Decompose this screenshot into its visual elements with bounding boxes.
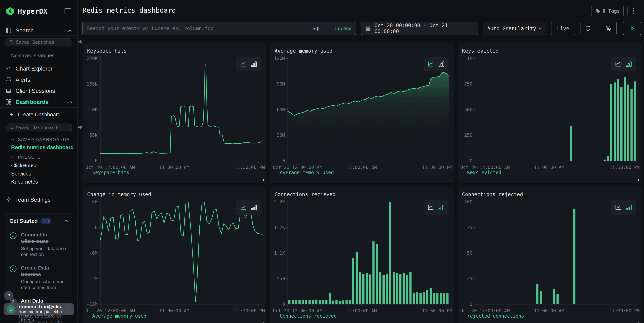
search-section-label: Search xyxy=(16,27,64,34)
legend-item[interactable]: —Connections recieved xyxy=(274,313,337,319)
chevron-up-icon[interactable] xyxy=(68,27,72,34)
tags-label: 0 Tags xyxy=(603,8,620,14)
hyperdx-logo-icon xyxy=(6,6,15,16)
check-circle-icon xyxy=(10,231,17,257)
svg-text:11:00:00 AM: 11:00:00 AM xyxy=(534,165,564,170)
svg-text:11:30:00 PM: 11:30:00 PM xyxy=(234,165,265,170)
legend-label: Connections recieved xyxy=(280,313,337,319)
event-search-bar[interactable]: SQL | Lucene xyxy=(82,21,356,35)
dashboard-grid-icon xyxy=(6,99,12,105)
get-started-item-sources[interactable]: Create Data Sources Configure where your… xyxy=(10,265,68,291)
create-dashboard-button[interactable]: + Create Dashboard xyxy=(10,111,60,118)
legend-item[interactable]: —rejected connections xyxy=(462,313,524,319)
legend-item[interactable]: —Keyspace hits xyxy=(87,170,129,175)
sidebar-item-clickhouse-preset[interactable]: ClickHouse xyxy=(11,163,38,169)
sidebar-item-team-settings[interactable]: Team Settings xyxy=(6,195,72,205)
svg-text:0: 0 xyxy=(95,225,98,230)
chart-type-toggle xyxy=(424,57,449,71)
run-query-button[interactable] xyxy=(623,21,641,35)
chart-card-keys-evicted: 02505007501KOct 20 12:00:00 AM11:00:00 A… xyxy=(458,43,641,183)
calendar-icon xyxy=(366,25,371,31)
filter-edit-button[interactable] xyxy=(601,21,617,35)
sidebar-item-label: Alerts xyxy=(16,76,30,83)
line-chart-icon[interactable] xyxy=(240,61,247,67)
lucene-toggle[interactable]: Lucene xyxy=(335,26,352,31)
svg-text:1K: 1K xyxy=(467,56,472,61)
user-account-button[interactable]: D dominic.tran@clic... dominic.tran@clic… xyxy=(4,303,74,316)
bar-chart-icon[interactable] xyxy=(626,204,632,211)
refresh-button[interactable] xyxy=(580,21,595,35)
saved-dashboards-header[interactable]: SAVED DASHBOARDS xyxy=(10,137,70,142)
svg-text:11:30:00 PM: 11:30:00 PM xyxy=(610,308,640,313)
svg-text:1.7K: 1.7K xyxy=(274,225,285,230)
presets-header[interactable]: PRESETS xyxy=(10,155,41,160)
chart-title: Keys evicted xyxy=(462,48,498,54)
bar-chart-icon[interactable] xyxy=(438,204,445,211)
chart-title: Connections rejected xyxy=(462,191,523,197)
help-button[interactable]: ? xyxy=(4,291,14,300)
svg-text:11:00:00 AM: 11:00:00 AM xyxy=(159,308,189,313)
check-circle-icon xyxy=(10,265,17,291)
legend-label: Average memory used xyxy=(280,170,334,175)
sidebar-item-alerts[interactable]: Alerts xyxy=(6,75,72,84)
chevron-down-icon xyxy=(10,137,15,142)
svg-text:-12M: -12M xyxy=(86,276,98,281)
search-icon xyxy=(9,39,14,44)
collapse-sidebar-icon[interactable] xyxy=(63,7,72,16)
svg-text:Oct 20 12:00:00 AM: Oct 20 12:00:00 AM xyxy=(460,308,510,313)
logo-row: HyperDX xyxy=(6,6,72,16)
sidebar-item-kubernetes-preset[interactable]: Kubernetes xyxy=(11,179,38,185)
sidebar-item-chart-explorer[interactable]: Chart Explorer xyxy=(6,64,72,73)
chevron-up-icon[interactable] xyxy=(68,99,72,105)
legend-item[interactable]: —Average memory used xyxy=(87,313,146,319)
svg-text:100: 100 xyxy=(464,199,472,204)
saved-searches-input[interactable] xyxy=(16,39,74,45)
shortcut-badge: ⌘K xyxy=(76,39,84,45)
event-search-input[interactable] xyxy=(87,25,309,31)
sidebar-section-dashboards[interactable]: Dashboards xyxy=(6,97,72,107)
bar-chart-icon[interactable] xyxy=(438,61,445,67)
bar-chart-icon[interactable] xyxy=(250,61,257,67)
dashboard-menu-button[interactable] xyxy=(628,6,639,16)
tags-button[interactable]: 0 Tags xyxy=(591,6,624,16)
dashboard-grid: 055K110K165K220KOct 20 12:00:00 AM11:00:… xyxy=(83,43,641,323)
get-started-item-connect[interactable]: Connect to ClickHouse Set up your databa… xyxy=(10,231,68,257)
chart-type-toggle xyxy=(424,200,449,215)
resize-handle[interactable] xyxy=(262,179,264,181)
date-range-value: Oct 20 00:00:00 - Oct 21 00:00:00 xyxy=(374,22,474,34)
legend-item[interactable]: —Average memory used xyxy=(274,170,334,175)
saved-dashboards-search[interactable]: ⌘K xyxy=(6,124,72,131)
legend-item[interactable]: —Keys evicted xyxy=(462,170,501,175)
saved-searches-search[interactable]: ⌘K xyxy=(6,38,72,46)
chart-title: Keyspace hits xyxy=(87,48,127,54)
svg-text:60M: 60M xyxy=(277,107,285,112)
line-chart-icon[interactable] xyxy=(615,204,622,211)
sql-toggle[interactable]: SQL xyxy=(312,26,321,31)
chevron-up-icon[interactable] xyxy=(64,219,68,223)
line-chart-icon[interactable] xyxy=(615,61,622,67)
line-chart-icon[interactable] xyxy=(428,61,434,67)
sidebar-item-redis-dashboard[interactable]: Redis metrics dashboard xyxy=(11,144,74,151)
bar-chart-icon[interactable] xyxy=(250,204,257,211)
line-chart-icon[interactable] xyxy=(240,204,247,211)
sidebar-item-services-preset[interactable]: Services xyxy=(11,171,31,177)
svg-text:30M: 30M xyxy=(277,132,285,138)
legend-dash: — xyxy=(87,170,90,175)
chart-title: Change in memory used xyxy=(87,191,151,197)
date-range-picker[interactable]: Oct 20 00:00:00 - Oct 21 00:00:00 xyxy=(361,21,478,35)
line-chart-icon[interactable] xyxy=(428,204,434,211)
granularity-select[interactable]: Auto Granularity xyxy=(483,21,547,35)
chart-type-toggle xyxy=(236,200,261,215)
svg-text:-6M: -6M xyxy=(89,251,98,256)
play-icon xyxy=(629,25,635,31)
resize-handle[interactable] xyxy=(449,179,451,181)
sidebar-item-label: Chart Explorer xyxy=(16,65,52,72)
legend-label: Average memory used xyxy=(92,313,146,319)
live-button[interactable]: Live xyxy=(551,21,575,35)
sidebar-item-client-sessions[interactable]: Client Sessions xyxy=(6,86,72,95)
sidebar-section-search[interactable]: Search xyxy=(6,26,72,35)
saved-dashboards-input[interactable] xyxy=(16,125,74,130)
bar-chart-icon[interactable] xyxy=(626,61,632,67)
svg-text:11:30:00 PM: 11:30:00 PM xyxy=(422,165,452,170)
resize-handle[interactable] xyxy=(637,179,639,181)
